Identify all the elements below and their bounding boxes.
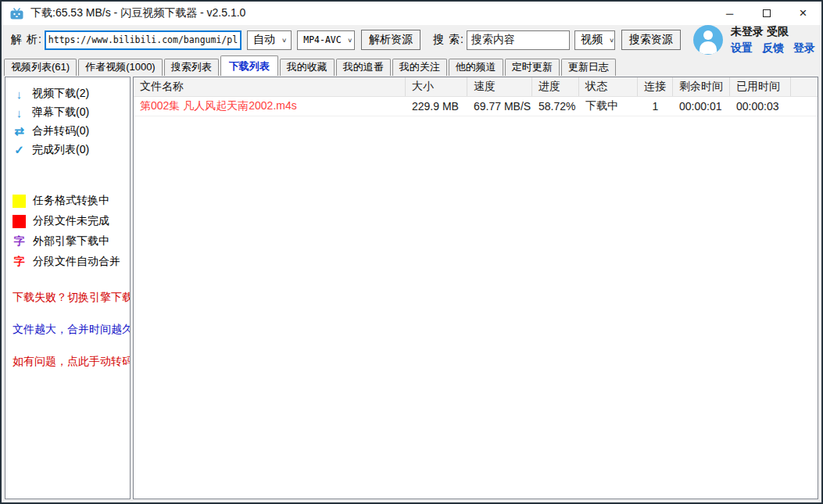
tab-his-channel[interactable]: 他的频道 [449,59,503,76]
close-button[interactable]: × [785,2,821,25]
login-block: 未登录 受限 设置 反馈 登录 [731,25,815,55]
url-input[interactable] [45,30,242,50]
column-header-status[interactable]: 状态 [579,77,638,96]
title-bar: 下载:65.53 MB/s - 闪豆视频下载器 - v2.5.1.0 ─ × [2,2,821,25]
legend-item: 字 外部引擎下载中 [13,231,130,252]
maximize-button[interactable] [748,2,785,25]
parse-resource-button[interactable]: 解析资源 [361,30,420,50]
app-window: 下载:65.53 MB/s - 闪豆视频下载器 - v2.5.1.0 ─ × 解… [0,0,823,504]
cell-speed: 69.77 MB/S [467,100,532,113]
column-header-size[interactable]: 大小 [406,77,467,96]
cell-remaining-time: 00:00:01 [673,100,730,113]
maximize-icon [763,9,771,17]
window-title: 下载:65.53 MB/s - 闪豆视频下载器 - v2.5.1.0 [30,6,245,20]
column-header-elapsed-time[interactable]: 已用时间 [730,77,791,96]
cell-size: 229.9 MB [406,100,467,113]
table-row[interactable]: 第002集 凡人风起天南2002.m4s 229.9 MB 69.77 MB/S… [134,97,818,116]
feedback-link[interactable]: 反馈 [762,41,784,55]
table-header: 文件名称 大小 速度 进度 状态 连接 剩余时间 已用时间 [134,77,818,97]
tab-search-list[interactable]: 搜索列表 [164,59,219,76]
cell-connections: 1 [638,100,673,113]
login-link[interactable]: 登录 [793,41,815,55]
cell-elapsed-time: 00:00:03 [730,100,791,113]
column-header-filename[interactable]: 文件名称 [134,77,406,96]
window-controls: ─ × [711,2,821,25]
person-icon [700,41,717,54]
tab-download-list[interactable]: 下载列表 [220,55,278,76]
download-icon: ↓ [13,88,26,101]
column-header-connections[interactable]: 连接 [638,77,673,96]
parse-mode-select[interactable]: 自动 ∨ [247,30,292,50]
login-status: 未登录 受限 [731,25,815,39]
content-area: ↓ 视频下载(2) ↓ 弹幕下载(0) ⇄ 合并转码(0) ✓ 完成列表(0) … [2,76,821,502]
chevron-down-icon: ∨ [342,37,352,44]
tab-my-favorites[interactable]: 我的收藏 [280,59,335,76]
sidebar-notes: 下载失败？切换引擎下载 文件越大，合并时间越久 如有问题，点此手动转码 [13,291,130,369]
red-swatch-icon [13,215,26,228]
tab-my-bangumi[interactable]: 我的追番 [336,59,391,76]
legend: 任务格式转换中 分段文件未完成 字 外部引擎下载中 字 分段文件自动合并 [13,191,130,272]
settings-link[interactable]: 设置 [731,41,753,55]
tab-my-following[interactable]: 我的关注 [392,59,447,76]
column-header-spacer [791,77,818,96]
column-header-remaining-time[interactable]: 剩余时间 [673,77,730,96]
tab-bar: 视频列表(61) 作者视频(1000) 搜索列表 下载列表 我的收藏 我的追番 … [2,55,821,76]
note-switch-engine[interactable]: 下载失败？切换引擎下载 [13,291,130,305]
sidebar-item-merge-transcode[interactable]: ⇄ 合并转码(0) [13,122,130,141]
sidebar-item-video-download[interactable]: ↓ 视频下载(2) [13,84,130,103]
transcode-icon: ⇄ [13,124,26,138]
login-links: 设置 反馈 登录 [731,41,815,55]
search-type-select[interactable]: 视频 ∨ [574,30,615,50]
download-icon: ↓ [13,106,26,120]
red-text-icon: 字 [13,255,26,269]
tab-changelog[interactable]: 更新日志 [561,59,616,76]
tab-author-videos[interactable]: 作者视频(1000) [78,59,163,76]
chevron-down-icon: ∨ [603,37,614,44]
tab-scheduled-update[interactable]: 定时更新 [505,59,560,76]
search-resource-button[interactable]: 搜索资源 [621,30,681,50]
app-logo-icon [10,8,23,20]
tab-video-list[interactable]: 视频列表(61) [4,59,77,76]
search-input[interactable] [467,30,570,50]
column-header-progress[interactable]: 进度 [532,77,579,96]
column-header-speed[interactable]: 速度 [467,77,532,96]
user-avatar[interactable] [693,25,723,55]
note-merge-time: 文件越大，合并时间越久 [13,323,130,337]
sidebar-item-completed-list[interactable]: ✓ 完成列表(0) [13,141,130,159]
legend-item: 分段文件未完成 [13,211,130,231]
legend-item: 任务格式转换中 [13,191,130,211]
minimize-button[interactable]: ─ [711,2,748,25]
purple-text-icon: 字 [13,234,26,248]
cell-progress: 58.72% [532,100,579,113]
cell-filename: 第002集 凡人风起天南2002.m4s [134,99,406,113]
sidebar: ↓ 视频下载(2) ↓ 弹幕下载(0) ⇄ 合并转码(0) ✓ 完成列表(0) … [5,77,131,499]
toolbar: 解 析: 自动 ∨ MP4-AVC ∨ 解析资源 搜 索: 视频 ∨ 搜索资源 … [2,25,821,55]
cell-status: 下载中 [579,99,638,113]
sidebar-item-danmaku-download[interactable]: ↓ 弹幕下载(0) [13,103,130,122]
person-icon [703,30,713,40]
check-icon: ✓ [13,143,26,157]
search-label: 搜 索: [433,33,464,47]
format-select[interactable]: MP4-AVC ∨ [297,30,355,50]
chevron-down-icon: ∨ [275,37,287,44]
legend-item: 字 分段文件自动合并 [13,252,130,272]
parse-label: 解 析: [11,33,42,47]
download-table: 文件名称 大小 速度 进度 状态 连接 剩余时间 已用时间 第002集 凡人风起… [133,77,818,499]
note-manual-transcode[interactable]: 如有问题，点此手动转码 [13,355,130,369]
yellow-swatch-icon [13,195,26,208]
